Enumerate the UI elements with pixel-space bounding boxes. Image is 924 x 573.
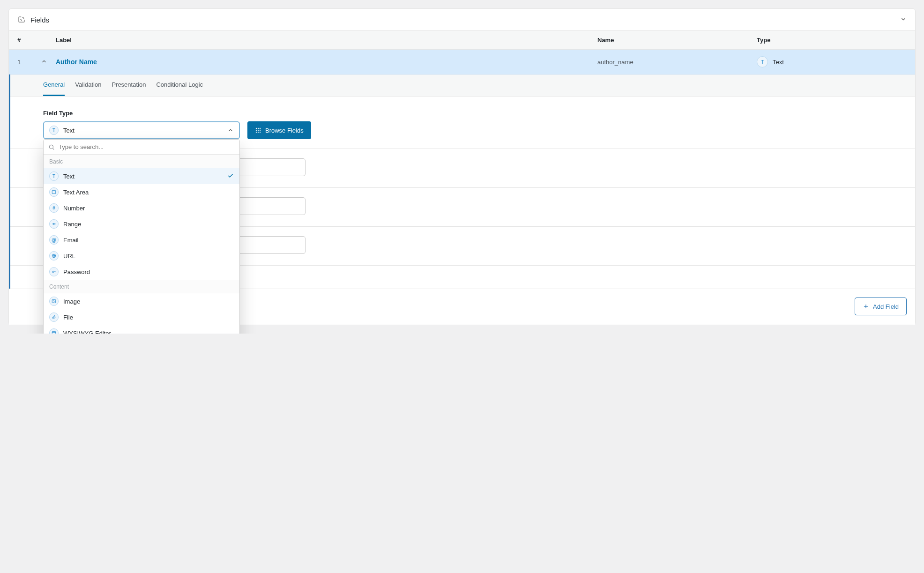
option-range[interactable]: Range: [44, 216, 239, 232]
fields-icon: [17, 15, 26, 24]
plus-icon: [863, 303, 869, 310]
col-label: Label: [41, 37, 597, 44]
svg-point-1: [258, 128, 259, 129]
form-body: Field Type T Text Browse Fields: [10, 97, 915, 149]
option-email[interactable]: @ Email: [44, 232, 239, 248]
option-url[interactable]: URL: [44, 248, 239, 264]
browse-fields-label: Browse Fields: [265, 127, 304, 134]
browse-fields-button[interactable]: Browse Fields: [247, 121, 311, 139]
add-field-label: Add Field: [873, 303, 899, 310]
field-type-dropdown: Basic T Text Text Area: [43, 139, 240, 334]
columns-header: # Label Name Type: [9, 31, 915, 50]
svg-point-2: [260, 128, 261, 129]
chevron-down-icon: [900, 16, 907, 22]
row-index: 1: [17, 59, 41, 66]
dropdown-list[interactable]: Basic T Text Text Area: [44, 155, 239, 334]
text-type-icon: T: [757, 56, 768, 67]
svg-point-9: [49, 145, 53, 149]
grid-icon: [255, 127, 261, 134]
svg-point-20: [53, 301, 53, 301]
svg-point-16: [52, 271, 54, 272]
range-icon: [49, 219, 59, 229]
field-row[interactable]: 1 Author Name author_name T Text: [9, 50, 915, 74]
collapse-toggle[interactable]: [900, 16, 907, 24]
row-type-label: Text: [773, 59, 784, 66]
svg-point-6: [256, 132, 257, 133]
option-password[interactable]: Password: [44, 264, 239, 280]
option-image[interactable]: Image: [44, 293, 239, 309]
svg-rect-11: [52, 191, 56, 194]
add-field-button[interactable]: Add Field: [855, 298, 907, 315]
col-name: Name: [597, 37, 757, 44]
panel-header: Fields: [9, 9, 915, 31]
dropdown-search-input[interactable]: [59, 143, 235, 150]
wysiwyg-icon: [49, 328, 59, 334]
option-file[interactable]: File: [44, 309, 239, 325]
email-icon: @: [49, 235, 59, 245]
svg-point-13: [53, 223, 55, 225]
option-text[interactable]: T Text: [44, 168, 239, 184]
number-icon: #: [49, 203, 59, 213]
svg-point-4: [258, 130, 259, 131]
row-collapse-toggle[interactable]: [41, 58, 49, 66]
panel-title: Fields: [30, 16, 49, 24]
tab-general[interactable]: General: [43, 74, 65, 96]
svg-point-8: [260, 132, 261, 133]
svg-point-7: [258, 132, 259, 133]
chevron-up-icon: [227, 127, 234, 134]
row-type: T Text: [757, 56, 907, 67]
text-type-icon: T: [49, 126, 59, 135]
check-icon: [227, 172, 234, 180]
option-wysiwyg[interactable]: WYSIWYG Editor: [44, 325, 239, 334]
svg-line-10: [53, 148, 54, 149]
password-icon: [49, 267, 59, 276]
col-type: Type: [757, 37, 907, 44]
text-icon: T: [49, 171, 59, 181]
field-type-value: Text: [63, 127, 75, 134]
fields-panel: Fields # Label Name Type 1 Author Name a…: [8, 8, 916, 325]
url-icon: [49, 251, 59, 260]
textarea-icon: [49, 187, 59, 197]
row-name: author_name: [597, 59, 757, 66]
search-icon: [48, 144, 55, 150]
tab-validation[interactable]: Validation: [75, 74, 101, 96]
svg-point-0: [256, 128, 257, 129]
field-type-select[interactable]: T Text: [43, 121, 240, 139]
field-type-label: Field Type: [43, 110, 882, 117]
option-textarea[interactable]: Text Area: [44, 184, 239, 200]
col-index: #: [17, 37, 41, 44]
tab-presentation[interactable]: Presentation: [112, 74, 146, 96]
image-icon: [49, 297, 59, 306]
group-basic: Basic: [44, 155, 239, 168]
chevron-up-icon: [41, 58, 47, 65]
dropdown-search: [44, 140, 239, 155]
row-label[interactable]: Author Name: [56, 58, 597, 66]
tab-conditional[interactable]: Conditional Logic: [156, 74, 203, 96]
editor-tabs: General Validation Presentation Conditio…: [10, 74, 915, 97]
option-number[interactable]: # Number: [44, 200, 239, 216]
field-editor: General Validation Presentation Conditio…: [9, 74, 915, 289]
svg-point-5: [260, 130, 261, 131]
svg-point-3: [256, 130, 257, 131]
file-icon: [49, 313, 59, 322]
group-content: Content: [44, 280, 239, 293]
